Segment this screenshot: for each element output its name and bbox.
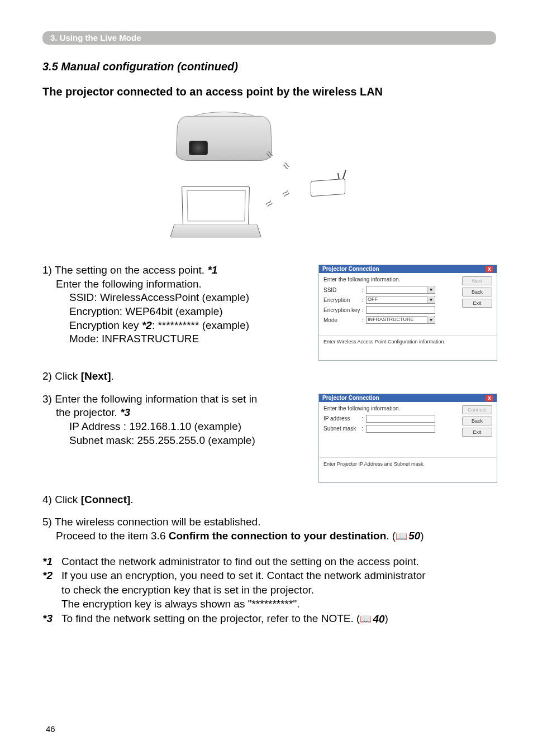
dialog1-status: Enter Wireless Access Point Configuratio… — [319, 336, 497, 360]
connection-diagram: ≈ ≈ ≈ ≈ — [42, 108, 497, 253]
ip-input[interactable] — [366, 415, 435, 423]
wireless-signal-icon: ≈ — [279, 158, 293, 174]
subnet-mask-label: Subnet mask — [323, 425, 360, 432]
book-icon: 📖 — [396, 532, 407, 541]
mode-select[interactable]: INFRASTRUCTURE — [366, 316, 435, 324]
dialog2-title: Projector Connection — [322, 395, 379, 401]
next-button[interactable]: Next — [462, 276, 492, 285]
book-icon: 📖 — [360, 614, 372, 624]
dialog1-title: Projector Connection — [322, 266, 379, 272]
step-5-text: 5) The wireless connection will be estab… — [42, 515, 497, 543]
dialog2-status: Enter Projector IP Address and Subnet ma… — [319, 458, 497, 482]
step-4-text: 4) Click [Connect]. — [42, 493, 497, 507]
dialog-access-point-config: Projector Connection x Enter the followi… — [318, 265, 497, 361]
laptop-illustration — [160, 186, 266, 248]
section-subtitle: The projector connected to an access poi… — [42, 85, 497, 98]
footnotes: *1 Contact the network administrator to … — [42, 554, 497, 626]
cross-ref-50: 📖50 — [396, 529, 420, 543]
access-point-illustration — [311, 170, 354, 198]
chapter-title: 3. Using the Live Mode — [50, 33, 141, 42]
step-1-text: 1) The setting on the access point. *1 E… — [42, 264, 305, 346]
ssid-select[interactable] — [366, 286, 435, 294]
encryption-key-input[interactable] — [366, 306, 435, 314]
projector-illustration — [171, 108, 277, 170]
back-button[interactable]: Back — [462, 417, 492, 425]
dialog-ip-config: Projector Connection x Enter the followi… — [318, 394, 497, 483]
section-title: 3.5 Manual configuration (continued) — [42, 60, 497, 73]
subnet-mask-input[interactable] — [366, 425, 435, 433]
exit-button[interactable]: Exit — [462, 299, 492, 308]
encryption-select[interactable]: OFF — [366, 296, 435, 304]
ssid-label: SSID — [323, 287, 360, 293]
ip-label: IP address — [323, 415, 360, 422]
connect-button[interactable]: Connect — [462, 405, 492, 414]
step-3-text: 3) Enter the following information that … — [42, 393, 305, 448]
close-icon[interactable]: x — [486, 266, 493, 272]
cross-ref-40: 📖40 — [360, 612, 384, 626]
back-button[interactable]: Back — [462, 288, 492, 296]
step-2-text: 2) Click [Next]. — [42, 370, 497, 384]
chapter-header: 3. Using the Live Mode — [42, 31, 496, 45]
encryption-key-label: Encryption key — [323, 307, 360, 313]
wireless-signal-icon: ≈ — [279, 186, 293, 202]
mode-label: Mode — [323, 317, 360, 323]
encryption-label: Encryption — [323, 297, 360, 303]
page-number: 46 — [46, 724, 55, 734]
close-icon[interactable]: x — [486, 395, 493, 401]
exit-button[interactable]: Exit — [462, 428, 492, 437]
